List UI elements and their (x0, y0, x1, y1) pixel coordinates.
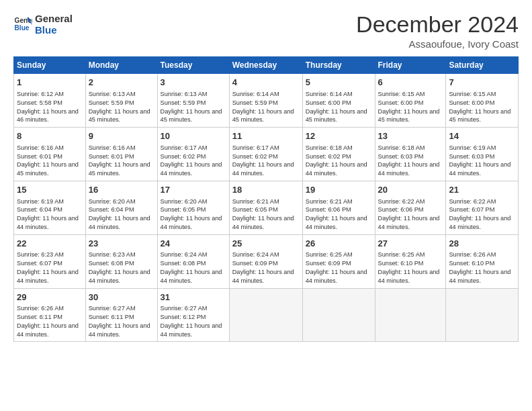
col-sunday: Sunday (14, 57, 86, 74)
table-row: 21Sunrise: 6:22 AMSunset: 6:07 PMDayligh… (446, 181, 519, 234)
day-info: Sunrise: 6:18 AMSunset: 6:03 PMDaylight:… (378, 144, 440, 177)
col-wednesday: Wednesday (229, 57, 302, 74)
table-row: 8Sunrise: 6:16 AMSunset: 6:01 PMDaylight… (14, 128, 86, 181)
day-number: 12 (306, 130, 372, 142)
table-row: 11Sunrise: 6:17 AMSunset: 6:02 PMDayligh… (229, 128, 302, 181)
day-info: Sunrise: 6:15 AMSunset: 6:00 PMDaylight:… (378, 91, 440, 123)
day-info: Sunrise: 6:25 AMSunset: 6:09 PMDaylight:… (306, 251, 367, 283)
day-info: Sunrise: 6:14 AMSunset: 5:59 PMDaylight:… (232, 91, 294, 123)
day-number: 18 (232, 184, 300, 196)
day-number: 11 (232, 130, 300, 142)
calendar-week-2: 8Sunrise: 6:16 AMSunset: 6:01 PMDaylight… (14, 128, 519, 181)
day-number: 4 (232, 77, 300, 89)
calendar-week-5: 29Sunrise: 6:26 AMSunset: 6:11 PMDayligh… (14, 288, 519, 342)
col-tuesday: Tuesday (157, 57, 229, 74)
calendar-week-3: 15Sunrise: 6:19 AMSunset: 6:04 PMDayligh… (14, 181, 519, 234)
day-number: 1 (17, 77, 83, 89)
day-info: Sunrise: 6:20 AMSunset: 6:04 PMDaylight:… (89, 198, 150, 230)
day-number: 24 (161, 238, 226, 250)
day-info: Sunrise: 6:27 AMSunset: 6:11 PMDaylight:… (89, 305, 150, 337)
col-thursday: Thursday (302, 57, 375, 74)
table-row: 7Sunrise: 6:15 AMSunset: 6:00 PMDaylight… (446, 74, 519, 128)
calendar: Sunday Monday Tuesday Wednesday Thursday… (13, 56, 519, 342)
day-number: 28 (449, 238, 515, 250)
table-row: 2Sunrise: 6:13 AMSunset: 5:59 PMDaylight… (85, 74, 157, 128)
table-row: 4Sunrise: 6:14 AMSunset: 5:59 PMDaylight… (229, 74, 302, 128)
table-row (446, 288, 519, 342)
day-number: 21 (449, 184, 515, 196)
day-info: Sunrise: 6:24 AMSunset: 6:08 PMDaylight:… (161, 251, 222, 283)
table-row: 3Sunrise: 6:13 AMSunset: 5:59 PMDaylight… (157, 74, 229, 128)
day-info: Sunrise: 6:21 AMSunset: 6:05 PMDaylight:… (232, 198, 294, 230)
day-number: 29 (17, 291, 83, 304)
calendar-week-4: 22Sunrise: 6:23 AMSunset: 6:07 PMDayligh… (14, 234, 519, 288)
logo-icon: General Blue (13, 15, 32, 34)
day-info: Sunrise: 6:26 AMSunset: 6:10 PMDaylight:… (449, 251, 511, 283)
table-row: 28Sunrise: 6:26 AMSunset: 6:10 PMDayligh… (446, 234, 519, 288)
day-info: Sunrise: 6:12 AMSunset: 5:58 PMDaylight:… (17, 91, 79, 123)
table-row: 13Sunrise: 6:18 AMSunset: 6:03 PMDayligh… (375, 128, 446, 181)
day-number: 8 (17, 130, 83, 142)
table-row: 20Sunrise: 6:22 AMSunset: 6:06 PMDayligh… (375, 181, 446, 234)
table-row: 17Sunrise: 6:20 AMSunset: 6:05 PMDayligh… (157, 181, 229, 234)
col-monday: Monday (85, 57, 157, 74)
day-info: Sunrise: 6:16 AMSunset: 6:01 PMDaylight:… (17, 144, 79, 177)
table-row: 24Sunrise: 6:24 AMSunset: 6:08 PMDayligh… (157, 234, 229, 288)
day-number: 17 (161, 184, 226, 196)
table-row: 14Sunrise: 6:19 AMSunset: 6:03 PMDayligh… (446, 128, 519, 181)
day-number: 9 (89, 130, 154, 142)
table-row: 22Sunrise: 6:23 AMSunset: 6:07 PMDayligh… (14, 234, 86, 288)
logo-line2: Blue (35, 25, 73, 36)
day-number: 13 (378, 130, 443, 142)
svg-text:Blue: Blue (15, 24, 30, 32)
day-info: Sunrise: 6:23 AMSunset: 6:08 PMDaylight:… (89, 251, 150, 283)
day-info: Sunrise: 6:23 AMSunset: 6:07 PMDaylight:… (17, 251, 79, 283)
table-row: 23Sunrise: 6:23 AMSunset: 6:08 PMDayligh… (85, 234, 157, 288)
day-number: 31 (161, 291, 226, 304)
day-info: Sunrise: 6:22 AMSunset: 6:07 PMDaylight:… (449, 198, 511, 230)
day-info: Sunrise: 6:14 AMSunset: 6:00 PMDaylight:… (306, 91, 367, 123)
calendar-week-1: 1Sunrise: 6:12 AMSunset: 5:58 PMDaylight… (14, 74, 519, 128)
day-number: 16 (89, 184, 154, 196)
table-row: 26Sunrise: 6:25 AMSunset: 6:09 PMDayligh… (302, 234, 375, 288)
day-info: Sunrise: 6:25 AMSunset: 6:10 PMDaylight:… (378, 251, 440, 283)
day-info: Sunrise: 6:19 AMSunset: 6:04 PMDaylight:… (17, 198, 79, 230)
subtitle: Assaoufoue, Ivory Coast (356, 38, 519, 50)
day-info: Sunrise: 6:18 AMSunset: 6:02 PMDaylight:… (306, 144, 367, 177)
table-row (229, 288, 302, 342)
day-info: Sunrise: 6:17 AMSunset: 6:02 PMDaylight:… (161, 144, 222, 177)
table-row: 30Sunrise: 6:27 AMSunset: 6:11 PMDayligh… (85, 288, 157, 342)
day-info: Sunrise: 6:24 AMSunset: 6:09 PMDaylight:… (232, 251, 294, 283)
day-info: Sunrise: 6:13 AMSunset: 5:59 PMDaylight:… (161, 91, 222, 123)
table-row: 16Sunrise: 6:20 AMSunset: 6:04 PMDayligh… (85, 181, 157, 234)
table-row: 27Sunrise: 6:25 AMSunset: 6:10 PMDayligh… (375, 234, 446, 288)
table-row: 5Sunrise: 6:14 AMSunset: 6:00 PMDaylight… (302, 74, 375, 128)
day-number: 10 (161, 130, 226, 142)
day-info: Sunrise: 6:16 AMSunset: 6:01 PMDaylight:… (89, 144, 150, 177)
header: General Blue General Blue December 2024 … (13, 12, 519, 50)
day-number: 22 (17, 238, 83, 250)
table-row: 25Sunrise: 6:24 AMSunset: 6:09 PMDayligh… (229, 234, 302, 288)
table-row: 1Sunrise: 6:12 AMSunset: 5:58 PMDaylight… (14, 74, 86, 128)
logo-line1: General (35, 13, 73, 25)
table-row: 19Sunrise: 6:21 AMSunset: 6:06 PMDayligh… (302, 181, 375, 234)
day-number: 25 (232, 238, 300, 250)
table-row: 12Sunrise: 6:18 AMSunset: 6:02 PMDayligh… (302, 128, 375, 181)
day-info: Sunrise: 6:21 AMSunset: 6:06 PMDaylight:… (306, 198, 367, 230)
logo: General Blue General Blue (13, 12, 73, 36)
day-info: Sunrise: 6:19 AMSunset: 6:03 PMDaylight:… (449, 144, 511, 177)
title-block: December 2024 Assaoufoue, Ivory Coast (356, 12, 519, 50)
day-info: Sunrise: 6:22 AMSunset: 6:06 PMDaylight:… (378, 198, 440, 230)
day-info: Sunrise: 6:27 AMSunset: 6:12 PMDaylight:… (161, 305, 222, 337)
day-info: Sunrise: 6:17 AMSunset: 6:02 PMDaylight:… (232, 144, 294, 177)
table-row: 9Sunrise: 6:16 AMSunset: 6:01 PMDaylight… (85, 128, 157, 181)
day-number: 27 (378, 238, 443, 250)
table-row: 31Sunrise: 6:27 AMSunset: 6:12 PMDayligh… (157, 288, 229, 342)
day-info: Sunrise: 6:15 AMSunset: 6:00 PMDaylight:… (449, 91, 511, 123)
day-number: 5 (306, 77, 372, 89)
table-row: 18Sunrise: 6:21 AMSunset: 6:05 PMDayligh… (229, 181, 302, 234)
table-row (302, 288, 375, 342)
table-row: 15Sunrise: 6:19 AMSunset: 6:04 PMDayligh… (14, 181, 86, 234)
day-number: 2 (89, 77, 154, 89)
table-row: 6Sunrise: 6:15 AMSunset: 6:00 PMDaylight… (375, 74, 446, 128)
